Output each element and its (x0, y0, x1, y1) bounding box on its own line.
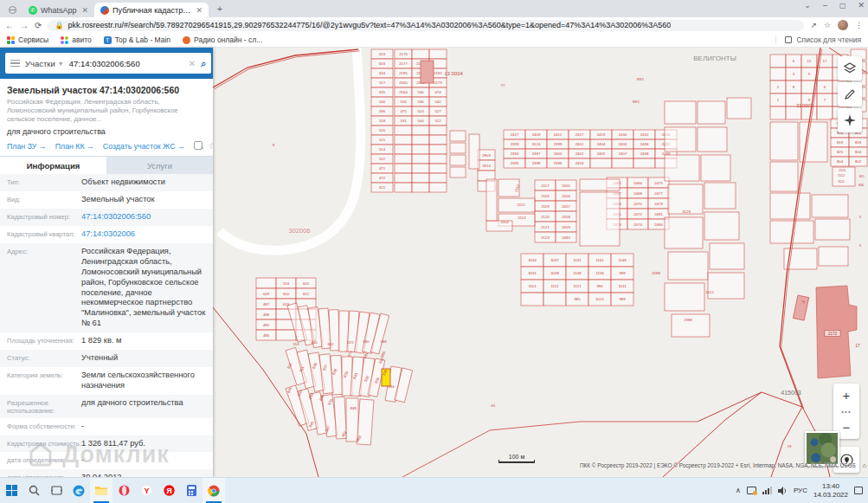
map-parcel[interactable] (395, 145, 412, 154)
doc-search-icon[interactable] (194, 141, 203, 150)
map-parcel[interactable] (543, 293, 566, 306)
map-parcel[interactable] (786, 106, 801, 119)
map-parcel[interactable] (450, 143, 466, 153)
map-parcel[interactable] (819, 247, 848, 266)
notification-app-icon[interactable] (747, 487, 756, 494)
zoom-in-button[interactable]: + (833, 384, 859, 407)
taskbar-explorer-icon[interactable] (90, 478, 113, 503)
taskbar-browser-red-icon[interactable] (113, 478, 135, 503)
map-parcel[interactable] (450, 155, 466, 165)
plan-zu-link[interactable]: План ЗУ → (7, 142, 47, 151)
url-input[interactable]: 🔒 pkk.rosreestr.ru/#/search/59.789270296… (48, 20, 804, 31)
map-parcel[interactable] (633, 158, 655, 168)
map-parcel[interactable] (665, 217, 703, 248)
map-parcel[interactable] (469, 134, 479, 169)
map-parcel[interactable] (429, 145, 447, 154)
taskbar-edge-icon[interactable] (68, 478, 90, 503)
layers-button[interactable] (838, 56, 862, 81)
search-icon[interactable]: ⌕ (201, 58, 206, 69)
bookmark-star-icon[interactable]: ☆ (824, 21, 831, 29)
share-icon[interactable]: ↗ (810, 21, 817, 29)
map-parcel[interactable] (429, 126, 447, 135)
forward-button[interactable]: → (20, 21, 29, 30)
language-indicator[interactable]: РУС (794, 487, 807, 494)
map-parcel[interactable] (580, 192, 620, 246)
map-parcel[interactable] (429, 183, 447, 192)
taskbar-clock[interactable]: 13:40 14.03.2022 (813, 482, 848, 500)
map-parcel[interactable] (770, 106, 786, 119)
map-parcel[interactable] (450, 167, 466, 177)
map-parcel[interactable] (817, 68, 833, 81)
map-parcel[interactable] (346, 398, 358, 442)
map-container[interactable]: 6236336345176355405965185205215145224714… (213, 48, 868, 477)
map-parcel[interactable] (429, 154, 447, 164)
zoom-slider[interactable]: ••• (833, 407, 859, 416)
map-parcel[interactable] (412, 135, 429, 145)
map-parcel[interactable] (429, 173, 447, 183)
map-parcel[interactable] (412, 49, 429, 59)
bookmark-radio[interactable]: Радио онлайн - сл... (183, 35, 262, 44)
map-parcel[interactable] (412, 154, 429, 164)
minimize-button[interactable]: – (823, 1, 827, 10)
map-parcel[interactable] (701, 155, 730, 181)
map-parcel[interactable] (412, 145, 429, 154)
profile-avatar[interactable] (838, 20, 848, 30)
attribute-value[interactable]: 47:14:0302006:560 (81, 212, 206, 222)
taskbar-search-icon[interactable] (23, 478, 45, 503)
taskbar-chrome-icon[interactable] (203, 478, 225, 503)
reload-button[interactable]: ⟳ (35, 21, 42, 30)
network-icon[interactable] (762, 487, 772, 494)
attribution-icons[interactable]: ⌂ ✚ ▣ (863, 462, 868, 468)
map-parcel[interactable] (429, 164, 447, 173)
map-parcel[interactable] (815, 219, 850, 240)
map-parcel[interactable] (710, 243, 744, 269)
reading-list-button[interactable]: Список для чтения (775, 35, 861, 44)
map-parcel[interactable] (486, 179, 497, 221)
tab-close-icon[interactable]: ✕ (80, 6, 89, 15)
tab-information[interactable]: Информация (0, 157, 106, 174)
menu-hamburger-icon[interactable] (10, 60, 20, 68)
map-parcel[interactable] (812, 195, 848, 217)
clear-search-icon[interactable]: ✕ (189, 59, 196, 68)
map-parcel[interactable] (429, 49, 447, 59)
tab-close-icon[interactable]: ✕ (195, 6, 203, 15)
map-parcel[interactable] (395, 183, 412, 192)
marker-tool-button[interactable] (838, 108, 862, 132)
map-parcel[interactable] (412, 164, 429, 173)
bookmark-toplab[interactable]: T Top & Lab - Main (104, 35, 170, 44)
map-parcel[interactable] (395, 126, 412, 135)
menu-kebab-icon[interactable]: ⋮ (855, 21, 863, 29)
attribute-value[interactable]: 47:14:0302006 (81, 229, 206, 240)
map-parcel[interactable] (590, 158, 612, 168)
map-parcel[interactable] (665, 127, 696, 152)
taskbar-yandex-app-icon[interactable]: Я (158, 478, 180, 503)
tab-whatsapp[interactable]: ✆ WhatsApp ✕ (23, 3, 94, 17)
close-button[interactable]: ✕ (858, 1, 865, 10)
map-parcel[interactable] (704, 183, 736, 209)
map-parcel[interactable] (770, 55, 786, 68)
map-parcel[interactable] (412, 126, 429, 135)
map-parcel[interactable] (521, 293, 543, 306)
cadastral-map[interactable]: 6236336345176355405965185205215145224714… (213, 48, 868, 477)
search-category-dropdown[interactable]: Участки▼ (25, 59, 64, 68)
map-parcel[interactable] (412, 173, 429, 183)
pinned-tab[interactable] (5, 3, 19, 16)
map-parcel[interactable] (580, 179, 620, 190)
measure-button[interactable] (838, 82, 862, 106)
map-parcel[interactable] (770, 193, 810, 219)
map-parcel[interactable] (698, 127, 727, 152)
map-parcel[interactable] (770, 68, 786, 81)
tab-services[interactable]: Услуги (106, 157, 213, 174)
maximize-button[interactable]: ▢ (839, 2, 846, 10)
search-input[interactable] (69, 59, 183, 68)
map-parcel[interactable] (395, 164, 412, 173)
favorite-star-icon[interactable]: ☆ (209, 141, 213, 151)
map-parcel[interactable] (698, 101, 725, 124)
map-parcel[interactable] (708, 273, 744, 299)
bookmark-avito[interactable]: авито (61, 35, 92, 44)
action-center-icon[interactable] (854, 487, 863, 494)
taskbar-calculator-icon[interactable] (180, 478, 203, 503)
map-parcel[interactable] (770, 122, 798, 160)
tab-search-icon[interactable]: ⌄ (804, 1, 811, 10)
map-parcel[interactable] (727, 98, 751, 119)
